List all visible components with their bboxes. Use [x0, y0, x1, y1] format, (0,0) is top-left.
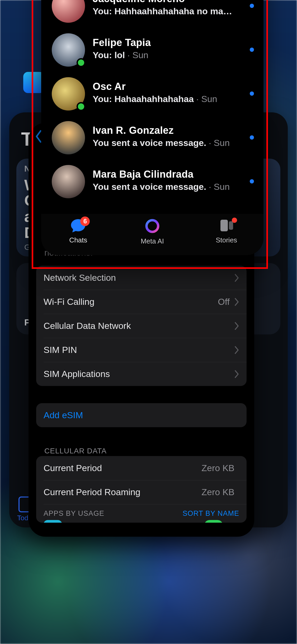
- chat-row[interactable]: Mara Baja Cilindrada You sent a voice me…: [41, 160, 263, 204]
- row-value: Zero KB: [201, 463, 234, 473]
- row-title: SIM Applications: [44, 369, 234, 379]
- chat-name: Ivan R. Gonzalez: [93, 125, 237, 136]
- row-current-period[interactable]: Current Period Zero KB: [36, 456, 247, 480]
- row-title: Cellular Data Network: [44, 321, 234, 331]
- chat-row[interactable]: Jacqueline Moreno You: Hahhaahhahahaha n…: [41, 0, 263, 28]
- messenger-tabbar: 6 Chats Meta AI Stories: [41, 214, 263, 255]
- row-title: Current Period: [44, 463, 201, 473]
- settings-group-data-usage: Current Period Zero KB Current Period Ro…: [36, 456, 247, 523]
- stories-badge-dot-icon: [232, 218, 237, 223]
- chat-preview: You: Hahhaahhahahaha no man…: [93, 6, 237, 16]
- apps-by-usage-label: APPS BY USAGE: [44, 509, 104, 518]
- avatar[interactable]: [52, 0, 85, 23]
- chevron-right-icon: [234, 346, 239, 354]
- unread-dot-icon: [250, 4, 254, 8]
- chat-name: Jacqueline Moreno: [93, 0, 237, 4]
- row-add-esim[interactable]: Add eSIM: [36, 403, 247, 427]
- unread-dot-icon: [250, 48, 254, 52]
- row-title: SIM PIN: [44, 345, 234, 355]
- row-title: Current Period Roaming: [44, 487, 201, 497]
- avatar[interactable]: [52, 33, 85, 67]
- app-switcher-card-messenger[interactable]: Jacqueline Moreno You: Hahhaahhahahaha n…: [41, 0, 263, 255]
- avatar[interactable]: [52, 121, 85, 154]
- row-title: Add eSIM: [44, 410, 239, 420]
- chat-name: Osc Ar: [93, 81, 237, 92]
- svg-rect-1: [220, 220, 228, 231]
- unread-dot-icon: [250, 91, 254, 96]
- section-header-cellular-data: CELLULAR DATA: [44, 447, 107, 455]
- row-value: Zero KB: [201, 487, 234, 497]
- chevron-right-icon: [234, 370, 239, 378]
- settings-group-esim: Add eSIM: [36, 403, 247, 427]
- meta-ai-ring-icon: [144, 218, 160, 234]
- tab-label: Meta AI: [129, 237, 176, 245]
- settings-group-network: Network Selection Wi-Fi Calling Off Cell…: [36, 266, 247, 386]
- svg-point-0: [147, 220, 158, 232]
- row-cellular-data-network[interactable]: Cellular Data Network: [36, 314, 247, 338]
- row-sim-applications[interactable]: SIM Applications: [36, 362, 247, 386]
- chat-preview: You sent a voice message. · Sun: [93, 182, 237, 192]
- chat-name: Mara Baja Cilindrada: [93, 169, 237, 180]
- svg-rect-2: [229, 221, 233, 230]
- tab-stories[interactable]: Stories: [203, 218, 250, 244]
- chat-preview: You sent a voice message. · Sun: [93, 138, 237, 148]
- tab-meta-ai[interactable]: Meta AI: [129, 218, 176, 245]
- row-sim-pin[interactable]: SIM PIN: [36, 338, 247, 362]
- tab-chats[interactable]: 6 Chats: [54, 218, 102, 244]
- app-toggle-peek: [204, 520, 223, 523]
- chat-preview: You: Hahaahahhahahaa · Sun: [93, 94, 237, 104]
- chevron-right-icon: [234, 322, 239, 330]
- row-network-selection[interactable]: Network Selection: [36, 266, 247, 290]
- row-title: Wi-Fi Calling: [44, 297, 218, 307]
- chat-name: Felipe Tapia: [93, 37, 237, 48]
- tab-label: Stories: [203, 236, 250, 244]
- row-value: Off: [218, 297, 230, 307]
- row-title: Network Selection: [44, 273, 234, 283]
- avatar[interactable]: [52, 77, 85, 111]
- unread-dot-icon: [250, 135, 254, 140]
- sort-by-name-button[interactable]: SORT BY NAME: [182, 509, 239, 518]
- app-icon-peek: [44, 520, 62, 523]
- chat-preview: You: lol · Sun: [93, 50, 237, 60]
- tab-label: Chats: [54, 236, 102, 244]
- chat-row[interactable]: Felipe Tapia You: lol · Sun: [41, 28, 263, 72]
- avatar[interactable]: [52, 165, 85, 198]
- unread-dot-icon: [250, 179, 254, 183]
- row-wifi-calling[interactable]: Wi-Fi Calling Off: [36, 290, 247, 314]
- chevron-right-icon: [234, 298, 239, 306]
- chats-badge: 6: [80, 217, 90, 226]
- chat-row[interactable]: Ivan R. Gonzalez You sent a voice messag…: [41, 116, 263, 160]
- chat-list[interactable]: Jacqueline Moreno You: Hahhaahhahahaha n…: [41, 0, 263, 204]
- presence-dot-icon: [77, 102, 86, 111]
- row-current-period-roaming[interactable]: Current Period Roaming Zero KB: [36, 480, 247, 504]
- chevron-right-icon: [234, 274, 239, 282]
- presence-dot-icon: [77, 58, 86, 67]
- chat-row[interactable]: Osc Ar You: Hahaahahhahahaa · Sun: [41, 72, 263, 116]
